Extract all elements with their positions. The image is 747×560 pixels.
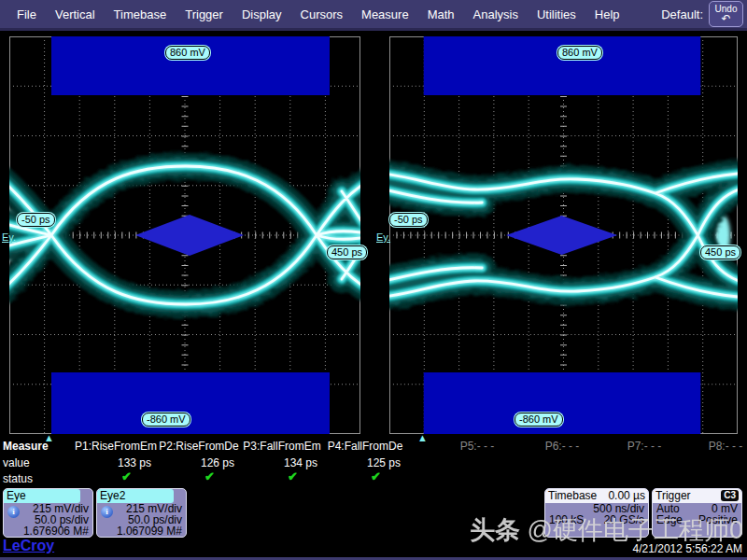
mask-top-voltage-label-right: 860 mV — [557, 46, 602, 60]
info-icon[interactable]: i — [7, 506, 20, 518]
channel-box-eye[interactable]: Eye i 215 mV/div 50.0 ps/div 1.676906 M# — [3, 488, 93, 538]
measure-row-title: Measure — [3, 440, 49, 453]
status-check-icon: ✔ — [288, 469, 298, 483]
measure-col-p3-value: 134 ps — [233, 456, 317, 469]
watermark-rest: @硬件电子工程师0 — [520, 516, 743, 544]
status-check-icon: ✔ — [371, 469, 381, 483]
menu-item-math[interactable]: Math — [418, 7, 464, 21]
status-check-icon: ✔ — [121, 469, 132, 483]
menu-item-measure[interactable]: Measure — [352, 7, 418, 21]
mask-diamond-right — [506, 216, 617, 255]
cursor-right-label-right[interactable]: 450 ps — [700, 245, 740, 259]
mask-bottom-voltage-label-left: -860 mV — [142, 413, 190, 427]
eye-diagram-left — [9, 36, 360, 434]
measure-col-p1-label[interactable]: P1:RiseFromEm — [75, 440, 157, 453]
mask-top-voltage-label-left: 860 mV — [165, 46, 210, 60]
timebase-delay: 0.00 µs — [608, 489, 645, 503]
menu-item-trigger[interactable]: Trigger — [176, 7, 233, 21]
measure-col-p2-value: 126 ps — [150, 456, 234, 469]
trigger-source-badge: C3 — [721, 490, 739, 501]
cursor-right-label-left[interactable]: 450 ps — [327, 245, 367, 259]
status-check-icon: ✔ — [204, 469, 215, 483]
watermark: 头条 @硬件电子工程师0 — [470, 513, 743, 547]
measure-col-p5-label[interactable]: P5:- - - — [460, 440, 495, 453]
measure-col-p2-label[interactable]: P2:RiseFromDe — [159, 440, 238, 453]
menu-item-help[interactable]: Help — [585, 7, 629, 21]
menu-item-analysis[interactable]: Analysis — [464, 7, 528, 21]
info-icon[interactable]: i — [101, 506, 113, 518]
channel-indicator-right[interactable]: Ey. — [376, 231, 390, 243]
watermark-bold: 头条 — [470, 516, 520, 544]
channel-box-eye2[interactable]: Eye2 i 215 mV/div 50.0 ps/div 1.067099 M… — [96, 488, 187, 538]
trigger-title: Trigger — [655, 489, 691, 503]
mask-region-bottom-left — [51, 372, 330, 434]
menu-right: Default: Undo ↶ — [661, 1, 747, 27]
undo-button[interactable]: Undo ↶ — [709, 1, 743, 27]
menu-item-cursors[interactable]: Cursors — [291, 7, 353, 21]
menu-item-timebase[interactable]: Timebase — [105, 7, 176, 21]
measure-row-value-label: value — [3, 456, 30, 469]
channel-indicator-left[interactable]: Ey. — [2, 231, 16, 243]
timebase-title: Timebase — [548, 489, 597, 503]
measure-col-p7-label[interactable]: P7:- - - — [627, 440, 662, 453]
menu-item-utilities[interactable]: Utilities — [528, 7, 585, 21]
eye-diagram-right — [389, 36, 738, 434]
menu-item-display[interactable]: Display — [233, 7, 291, 21]
menu-items: FileVerticalTimebaseTriggerDisplayCursor… — [7, 7, 629, 21]
menu-item-vertical[interactable]: Vertical — [46, 7, 105, 21]
measure-col-p4-value: 125 ps — [317, 456, 401, 469]
eye2-samples: 1.067099 M# — [97, 525, 186, 537]
measure-row-status-label: status — [3, 472, 33, 485]
cursor-left-label-left[interactable]: -50 ps — [17, 213, 55, 227]
eye-diagram-panel-left — [9, 36, 360, 434]
measure-col-p8-label[interactable]: P8:- - - — [709, 440, 743, 453]
mask-bottom-voltage-label-right: -860 mV — [514, 413, 563, 427]
eye-samples: 1.676906 M# — [4, 525, 92, 537]
default-label: Default: — [661, 7, 703, 21]
menu-item-file[interactable]: File — [7, 7, 46, 21]
undo-arrow-icon: ↶ — [710, 14, 742, 24]
menu-bar: FileVerticalTimebaseTriggerDisplayCursor… — [0, 0, 747, 31]
trigger-position-marker-right[interactable]: ▲ — [417, 433, 428, 442]
channel-box-eye-title: Eye — [4, 489, 80, 503]
cursor-left-label-right[interactable]: -50 ps — [389, 213, 428, 227]
mask-region-bottom-right — [424, 372, 701, 434]
eye-diagram-panel-right — [389, 36, 738, 434]
lecroy-logo: LeCroy — [3, 538, 54, 554]
measure-col-p1-value: 133 ps — [67, 456, 151, 469]
measure-col-p4-label[interactable]: P4:FallFromDe — [328, 440, 403, 453]
trigger-position-marker-left[interactable]: ▲ — [44, 433, 54, 442]
mask-diamond-left — [135, 215, 244, 256]
channel-box-eye2-title: Eye2 — [97, 489, 174, 503]
measure-col-p3-label[interactable]: P3:FallFromEm — [243, 440, 320, 453]
measure-col-p6-label[interactable]: P6:- - - — [545, 440, 580, 453]
